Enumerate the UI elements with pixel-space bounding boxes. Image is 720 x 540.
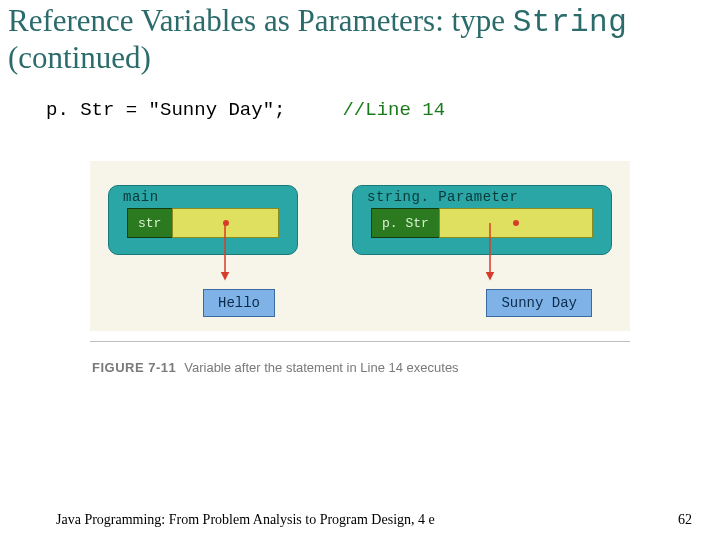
diagram-background: main str string. Parameter p. Str Hello … bbox=[90, 161, 630, 331]
var-box-pstr bbox=[439, 208, 593, 238]
frame-main: main str bbox=[108, 185, 298, 255]
title-mono: String bbox=[513, 5, 628, 40]
var-name-str: str bbox=[127, 208, 172, 238]
value-hello: Hello bbox=[203, 289, 275, 317]
var-cell-pstr: p. Str bbox=[371, 208, 593, 238]
code-line: p. Str = "Sunny Day"; //Line 14 bbox=[0, 75, 720, 121]
value-sunny: Sunny Day bbox=[486, 289, 592, 317]
frame-main-label: main bbox=[123, 189, 159, 205]
code-comment: //Line 14 bbox=[342, 99, 445, 121]
var-name-pstr: p. Str bbox=[371, 208, 439, 238]
frame-param-label: string. Parameter bbox=[367, 189, 518, 205]
slide-title: Reference Variables as Parameters: type … bbox=[0, 0, 720, 75]
title-text-2: (continued) bbox=[8, 40, 151, 75]
values-row: Hello Sunny Day bbox=[108, 289, 612, 317]
slide-footer: Java Programming: From Problem Analysis … bbox=[0, 512, 720, 528]
frames-row: main str string. Parameter p. Str bbox=[108, 185, 612, 255]
figure-caption: FIGURE 7-11Variable after the statement … bbox=[90, 341, 630, 375]
figure-panel: main str string. Parameter p. Str Hello … bbox=[90, 161, 630, 375]
var-cell-str: str bbox=[127, 208, 279, 238]
page-number: 62 bbox=[678, 512, 692, 528]
var-box-str bbox=[172, 208, 279, 238]
footer-text: Java Programming: From Problem Analysis … bbox=[56, 512, 435, 528]
frame-string-parameter: string. Parameter p. Str bbox=[352, 185, 612, 255]
reference-dot-icon bbox=[513, 220, 519, 226]
code-statement: p. Str = "Sunny Day"; bbox=[46, 99, 342, 121]
reference-dot-icon bbox=[223, 220, 229, 226]
title-text-1: Reference Variables as Parameters: type bbox=[8, 3, 513, 38]
figure-number: FIGURE 7-11 bbox=[92, 360, 176, 375]
figure-caption-text: Variable after the statement in Line 14 … bbox=[184, 360, 458, 375]
